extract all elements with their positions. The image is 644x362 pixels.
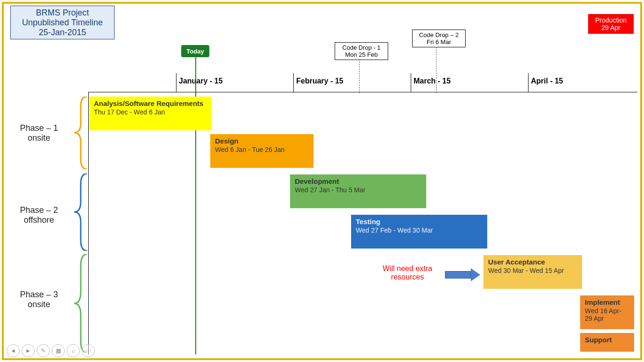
brace-phase-2 [74, 173, 88, 251]
timeline-axis [88, 92, 637, 92]
production-date: 29 Apr [589, 24, 633, 31]
bar-design-dates: Wed 6 Jan - Tue 26 Jan [215, 146, 309, 153]
bar-implement-dates: Wed 16 Apr- 29 Apr [585, 307, 629, 322]
bar-ua-title: User Acceptance [488, 258, 577, 266]
month-april: April - 15 [531, 77, 563, 85]
month-march: March - 15 [414, 77, 451, 85]
bar-testing-title: Testing [356, 218, 483, 226]
bar-testing-dates: Wed 27 Feb - Wed 30 Mar [356, 226, 483, 234]
slides-button[interactable]: ▦ [52, 344, 65, 357]
tick-january [176, 73, 176, 92]
brace-phase-3 [74, 254, 88, 353]
bar-design-title: Design [215, 137, 309, 145]
bar-development: Development Wed 27 Jan - Thu 5 Mar [290, 174, 426, 208]
cd2-title: Code Drop – 2 [415, 31, 462, 38]
bar-testing: Testing Wed 27 Feb - Wed 30 Mar [351, 215, 487, 249]
bar-analysis-dates: Thu 17 Dec - Wed 6 Jan [94, 108, 207, 116]
cd1-title: Code Drop - 1 [338, 44, 385, 51]
callout-code-drop-1: Code Drop - 1 Mon 25 Feb [335, 42, 388, 60]
arrow-icon [445, 268, 480, 281]
bar-user-acceptance: User Acceptance Wed 30 Mar - Wed 15 Apr [483, 255, 582, 289]
bar-support-title: Support [585, 336, 629, 344]
cd1-date: Mon 25 Feb [338, 51, 385, 58]
cd2-date: Fri 6 Mar [415, 38, 462, 45]
month-february: February - 15 [296, 77, 343, 85]
bar-implement: Implement Wed 16 Apr- 29 Apr [580, 295, 634, 329]
bar-development-dates: Wed 27 Jan - Thu 5 Mar [295, 186, 422, 194]
bar-development-title: Development [295, 177, 422, 185]
tick-february [293, 73, 294, 92]
next-slide-button[interactable]: ► [22, 344, 35, 357]
presenter-toolbar: ◄ ► ✎ ▦ ⌕ ⋯ [4, 343, 95, 358]
bar-implement-title: Implement [585, 298, 629, 306]
timeline-left-border [88, 92, 89, 354]
bar-design: Design Wed 6 Jan - Tue 26 Jan [210, 134, 314, 168]
brace-phase-1 [74, 97, 88, 169]
tick-april [528, 73, 529, 92]
production-label: Production [589, 16, 633, 24]
more-button[interactable]: ⋯ [82, 344, 95, 357]
callout-code-drop-2: Code Drop – 2 Fri 6 Mar [412, 30, 466, 47]
annotation-extra-resources: Will need extra resources [370, 264, 445, 281]
tick-march [411, 73, 411, 92]
title-box: BRMS Project Unpublished Timeline 25-Jan… [10, 6, 115, 39]
slide-frame: BRMS Project Unpublished Timeline 25-Jan… [2, 2, 642, 360]
phase-1-label: Phase – 1 onsite [13, 123, 65, 143]
bar-support: Support [580, 333, 634, 352]
timeline-area: January - 15 February - 15 March - 15 Ap… [88, 73, 637, 354]
bar-analysis-title: Analysis/Software Requirements [94, 99, 207, 107]
phase-3-label: Phase – 3 onsite [13, 290, 65, 309]
today-marker: Today [181, 45, 209, 57]
phase-2-label: Phase – 2 offshore [13, 205, 65, 225]
production-milestone: Production 29 Apr [588, 14, 634, 34]
zoom-button[interactable]: ⌕ [67, 344, 80, 357]
month-january: January - 15 [179, 77, 222, 85]
title-line-1: BRMS Project [11, 8, 114, 18]
prev-slide-button[interactable]: ◄ [7, 344, 20, 357]
bar-ua-dates: Wed 30 Mar - Wed 15 Apr [488, 267, 577, 274]
pen-button[interactable]: ✎ [37, 344, 50, 357]
today-label: Today [186, 48, 204, 55]
bar-analysis: Analysis/Software Requirements Thu 17 De… [89, 97, 211, 130]
title-line-3: 25-Jan-2015 [11, 28, 114, 38]
title-line-2: Unpublished Timeline [11, 18, 114, 28]
